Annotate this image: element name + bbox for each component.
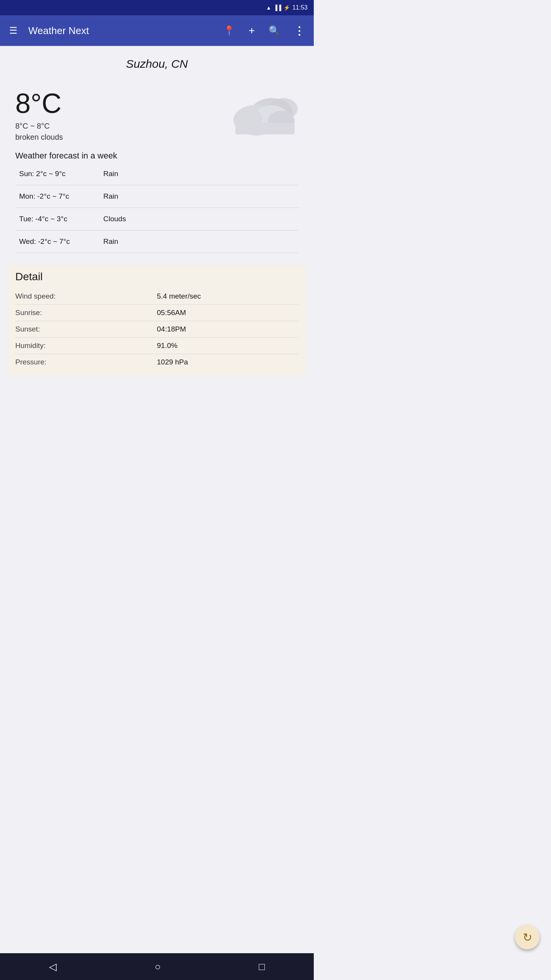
- weather-icon-container: [222, 90, 298, 143]
- forecast-row-0: Sun: 2°c ~ 9°c Rain: [15, 163, 298, 185]
- search-icon[interactable]: 🔍: [266, 22, 283, 39]
- more-icon[interactable]: ⋮: [291, 21, 308, 40]
- weather-left: 8°C 8°C ~ 8°C broken clouds: [15, 90, 63, 142]
- forecast-day-2: Tue: -4°c ~ 3°c: [19, 215, 96, 223]
- forecast-list: Sun: 2°c ~ 9°c Rain Mon: -2°c ~ 7°c Rain…: [15, 163, 298, 253]
- cloud-icon: [222, 91, 298, 141]
- forecast-row-2: Tue: -4°c ~ 3°c Clouds: [15, 208, 298, 230]
- main-content: Suzhou, CN 8°C 8°C ~ 8°C broken clouds: [0, 46, 314, 384]
- add-icon[interactable]: +: [246, 21, 258, 40]
- forecast-title: Weather forecast in a week: [15, 147, 298, 163]
- forecast-day-1: Mon: -2°c ~ 7°c: [19, 192, 96, 201]
- forecast-day-0: Sun: 2°c ~ 9°c: [19, 170, 96, 178]
- detail-value-sunrise: 05:56AM: [157, 309, 298, 317]
- detail-label-sunrise: Sunrise:: [15, 309, 157, 317]
- detail-label-wind: Wind speed:: [15, 292, 157, 301]
- menu-icon[interactable]: ☰: [6, 22, 21, 39]
- status-time: 11:53: [292, 4, 308, 11]
- detail-label-humidity: Humidity:: [15, 341, 157, 350]
- detail-value-sunset: 04:18PM: [157, 325, 298, 333]
- detail-label-pressure: Pressure:: [15, 358, 157, 366]
- current-temperature: 8°C: [15, 90, 63, 117]
- app-title: Weather Next: [28, 25, 213, 37]
- status-bar: ▲ ▐▐ ⚡ 11:53: [0, 0, 314, 15]
- detail-row-sunrise: Sunrise: 05:56AM: [15, 305, 298, 321]
- location-icon[interactable]: 📍: [220, 22, 238, 39]
- detail-value-humidity: 91.0%: [157, 341, 298, 350]
- forecast-condition-1: Rain: [103, 192, 118, 201]
- detail-value-wind: 5.4 meter/sec: [157, 292, 298, 301]
- weather-description: broken clouds: [15, 133, 63, 142]
- svg-rect-7: [235, 123, 295, 134]
- detail-title: Detail: [15, 271, 298, 283]
- wifi-icon: ▲: [266, 5, 271, 11]
- detail-row-wind: Wind speed: 5.4 meter/sec: [15, 288, 298, 305]
- temp-range: 8°C ~ 8°C: [15, 122, 63, 131]
- weather-card: 8°C 8°C ~ 8°C broken clouds: [8, 86, 306, 261]
- location-title: Suzhou, CN: [8, 57, 306, 70]
- detail-row-sunset: Sunset: 04:18PM: [15, 321, 298, 338]
- detail-row-pressure: Pressure: 1029 hPa: [15, 354, 298, 370]
- weather-main: 8°C 8°C ~ 8°C broken clouds: [15, 90, 298, 143]
- detail-label-sunset: Sunset:: [15, 325, 157, 333]
- detail-section: Detail Wind speed: 5.4 meter/sec Sunrise…: [8, 265, 306, 376]
- status-icons: ▲ ▐▐ ⚡ 11:53: [266, 4, 308, 11]
- detail-value-pressure: 1029 hPa: [157, 358, 298, 366]
- forecast-day-3: Wed: -2°c ~ 7°c: [19, 237, 96, 246]
- forecast-condition-2: Clouds: [103, 215, 126, 223]
- detail-row-humidity: Humidity: 91.0%: [15, 338, 298, 354]
- forecast-condition-3: Rain: [103, 237, 118, 246]
- forecast-condition-0: Rain: [103, 170, 118, 178]
- app-bar: ☰ Weather Next 📍 + 🔍 ⋮: [0, 15, 314, 46]
- signal-icon: ▐▐: [274, 5, 281, 11]
- forecast-row-1: Mon: -2°c ~ 7°c Rain: [15, 185, 298, 208]
- battery-icon: ⚡: [284, 5, 290, 11]
- forecast-row-3: Wed: -2°c ~ 7°c Rain: [15, 230, 298, 253]
